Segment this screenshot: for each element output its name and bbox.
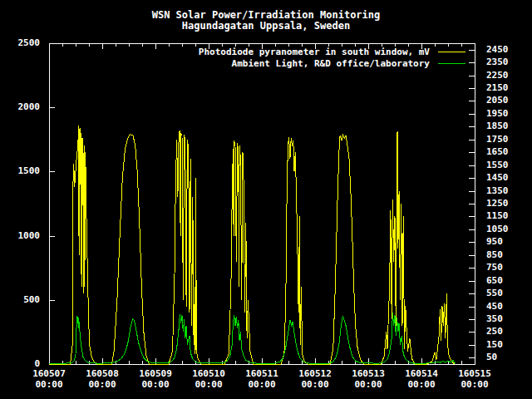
series-line-0 [49,126,455,364]
series-line-1 [49,313,456,363]
legend: Photodiode pyranometer in south window, … [199,46,466,69]
legend-label-photodiode: Photodiode pyranometer in south window, … [199,47,430,57]
plot-border [50,44,475,365]
legend-line-sample-yellow [438,52,466,52]
legend-line-sample-green [438,63,466,64]
legend-item-ambient: Ambient Light, R&D office/laboratory [199,57,466,69]
legend-item-photodiode: Photodiode pyranometer in south window, … [199,46,466,57]
solar-monitoring-chart: WSN Solar Power/Irradiation Monitoring H… [0,0,532,399]
legend-label-ambient: Ambient Light, R&D office/laboratory [232,58,430,69]
